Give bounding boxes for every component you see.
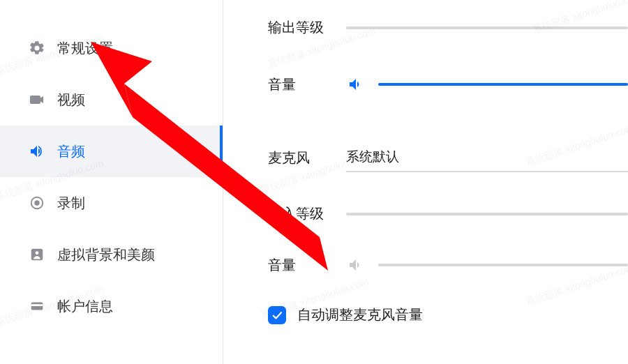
input-volume-row: 音量	[268, 255, 628, 275]
sidebar-item-virtual-background[interactable]: 虚拟背景和美颜	[0, 229, 223, 280]
sidebar-item-label: 帐户信息	[57, 297, 113, 316]
speaker-icon	[346, 75, 366, 94]
sidebar-item-label: 虚拟背景和美颜	[57, 245, 155, 264]
output-volume-label: 音量	[268, 75, 346, 94]
mic-label: 麦克风	[268, 149, 346, 167]
mic-selected-value: 系统默认	[346, 148, 399, 166]
input-volume-label: 音量	[268, 256, 346, 275]
sidebar-item-label: 常规设置	[57, 39, 113, 58]
auto-adjust-label: 自动调整麦克风音量	[297, 305, 423, 324]
sidebar-item-record[interactable]: 录制	[0, 177, 223, 229]
sidebar-item-audio[interactable]: 音频	[0, 126, 223, 177]
svg-rect-5	[31, 304, 43, 306]
checkbox-checked-icon[interactable]	[268, 306, 286, 324]
mic-row: 麦克风 系统默认	[268, 143, 628, 172]
input-level-row: 输入等级	[268, 204, 628, 223]
input-volume-slider[interactable]	[378, 264, 628, 266]
record-icon	[28, 194, 46, 212]
sidebar-item-general[interactable]: 常规设置	[0, 22, 223, 74]
sidebar-item-label: 录制	[57, 194, 85, 213]
audio-icon	[28, 142, 46, 160]
person-icon	[28, 245, 46, 264]
output-volume-slider[interactable]	[378, 83, 628, 86]
mic-select[interactable]: 系统默认	[346, 143, 628, 172]
card-icon	[28, 297, 46, 315]
input-level-label: 输入等级	[268, 204, 346, 223]
output-level-meter	[346, 26, 628, 29]
svg-point-3	[36, 251, 39, 255]
sidebar-item-label: 视频	[57, 91, 85, 109]
speaker-muted-icon	[346, 255, 366, 275]
auto-adjust-row[interactable]: 自动调整麦克风音量	[268, 298, 628, 324]
sidebar-item-label: 音频	[57, 142, 85, 161]
video-icon	[28, 91, 46, 109]
input-level-meter	[346, 213, 628, 215]
svg-point-1	[34, 200, 39, 205]
settings-sidebar: 常规设置 视频 音频 录制 虚拟背景和美颜	[0, 0, 223, 364]
output-level-row: 输出等级	[268, 18, 628, 37]
gear-icon	[28, 39, 46, 57]
settings-content: 输出等级 音量 麦克风 系统默认 输入等级 音量	[223, 0, 628, 364]
output-volume-row: 音量	[268, 75, 628, 94]
sidebar-item-account[interactable]: 帐户信息	[0, 280, 223, 332]
output-level-label: 输出等级	[268, 18, 346, 37]
sidebar-item-video[interactable]: 视频	[0, 74, 223, 126]
